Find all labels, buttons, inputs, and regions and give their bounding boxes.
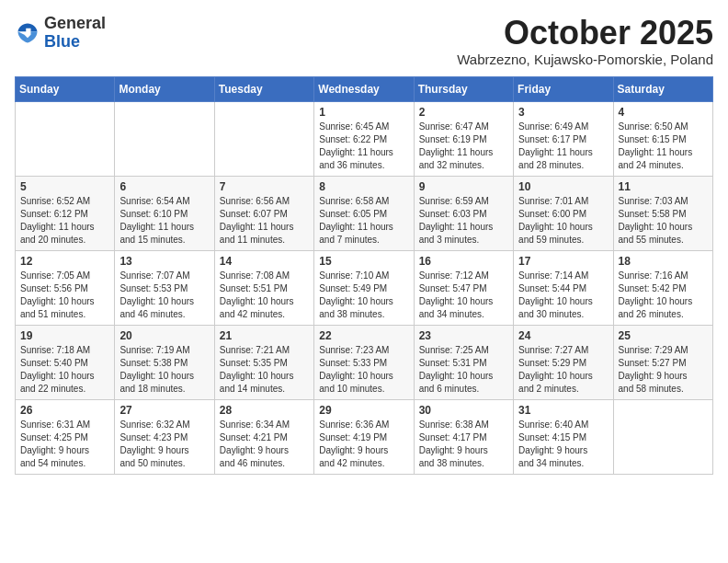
calendar-week-row: 26Sunrise: 6:31 AM Sunset: 4:25 PM Dayli… <box>16 399 713 474</box>
day-number: 24 <box>518 329 608 342</box>
day-info: Sunrise: 6:34 AM Sunset: 4:21 PM Dayligh… <box>220 419 309 470</box>
day-number: 6 <box>119 180 209 193</box>
day-info: Sunrise: 7:21 AM Sunset: 5:35 PM Dayligh… <box>220 344 309 396</box>
day-info: Sunrise: 7:01 AM Sunset: 6:00 PM Dayligh… <box>518 195 608 247</box>
day-number: 17 <box>518 255 608 268</box>
logo: General Blue <box>15 15 106 52</box>
calendar-cell: 27Sunrise: 6:32 AM Sunset: 4:23 PM Dayli… <box>115 399 214 474</box>
day-info: Sunrise: 7:29 AM Sunset: 5:27 PM Dayligh… <box>619 344 708 396</box>
calendar-cell: 12Sunrise: 7:05 AM Sunset: 5:56 PM Dayli… <box>16 250 115 325</box>
day-number: 18 <box>619 255 708 268</box>
weekday-header: Wednesday <box>314 76 414 101</box>
weekday-header: Saturday <box>613 76 712 101</box>
calendar-cell: 15Sunrise: 7:10 AM Sunset: 5:49 PM Dayli… <box>314 250 414 325</box>
calendar-cell: 1Sunrise: 6:45 AM Sunset: 6:22 PM Daylig… <box>314 101 414 176</box>
day-number: 19 <box>20 329 109 342</box>
calendar-cell: 4Sunrise: 6:50 AM Sunset: 6:15 PM Daylig… <box>613 101 712 176</box>
day-info: Sunrise: 6:50 AM Sunset: 6:15 PM Dayligh… <box>619 121 708 172</box>
day-number: 28 <box>220 404 309 417</box>
calendar-week-row: 12Sunrise: 7:05 AM Sunset: 5:56 PM Dayli… <box>16 250 713 325</box>
calendar-week-row: 19Sunrise: 7:18 AM Sunset: 5:40 PM Dayli… <box>16 325 713 399</box>
calendar-cell: 5Sunrise: 6:52 AM Sunset: 6:12 PM Daylig… <box>16 176 115 250</box>
day-info: Sunrise: 7:07 AM Sunset: 5:53 PM Dayligh… <box>119 270 209 321</box>
day-info: Sunrise: 6:59 AM Sunset: 6:03 PM Dayligh… <box>419 195 508 247</box>
day-info: Sunrise: 6:32 AM Sunset: 4:23 PM Dayligh… <box>119 419 209 470</box>
calendar-cell: 2Sunrise: 6:47 AM Sunset: 6:19 PM Daylig… <box>414 101 513 176</box>
calendar-cell <box>613 399 712 474</box>
calendar-cell: 24Sunrise: 7:27 AM Sunset: 5:29 PM Dayli… <box>514 325 613 399</box>
calendar-cell: 28Sunrise: 6:34 AM Sunset: 4:21 PM Dayli… <box>214 399 313 474</box>
day-number: 21 <box>220 329 309 342</box>
day-number: 3 <box>518 106 608 119</box>
day-number: 29 <box>319 404 408 417</box>
calendar-week-row: 5Sunrise: 6:52 AM Sunset: 6:12 PM Daylig… <box>16 176 713 250</box>
weekday-header-row: SundayMondayTuesdayWednesdayThursdayFrid… <box>16 76 713 101</box>
day-number: 14 <box>220 255 309 268</box>
day-number: 31 <box>518 404 608 417</box>
calendar-subtitle: Wabrzezno, Kujawsko-Pomorskie, Poland <box>457 52 713 67</box>
calendar-cell: 9Sunrise: 6:59 AM Sunset: 6:03 PM Daylig… <box>414 176 513 250</box>
calendar-cell: 26Sunrise: 6:31 AM Sunset: 4:25 PM Dayli… <box>16 399 115 474</box>
day-info: Sunrise: 6:38 AM Sunset: 4:17 PM Dayligh… <box>419 419 508 470</box>
calendar-cell: 31Sunrise: 6:40 AM Sunset: 4:15 PM Dayli… <box>514 399 613 474</box>
day-info: Sunrise: 7:12 AM Sunset: 5:47 PM Dayligh… <box>419 270 508 321</box>
calendar-cell: 21Sunrise: 7:21 AM Sunset: 5:35 PM Dayli… <box>214 325 313 399</box>
weekday-header: Tuesday <box>214 76 313 101</box>
logo-text: General Blue <box>44 15 106 52</box>
calendar-cell: 25Sunrise: 7:29 AM Sunset: 5:27 PM Dayli… <box>613 325 712 399</box>
day-number: 25 <box>619 329 708 342</box>
calendar-cell: 13Sunrise: 7:07 AM Sunset: 5:53 PM Dayli… <box>115 250 214 325</box>
page-header: General Blue October 2025 Wabrzezno, Kuj… <box>15 15 713 67</box>
day-number: 13 <box>119 255 209 268</box>
calendar-cell: 14Sunrise: 7:08 AM Sunset: 5:51 PM Dayli… <box>214 250 313 325</box>
calendar-cell: 11Sunrise: 7:03 AM Sunset: 5:58 PM Dayli… <box>613 176 712 250</box>
calendar-cell: 18Sunrise: 7:16 AM Sunset: 5:42 PM Dayli… <box>613 250 712 325</box>
day-info: Sunrise: 6:36 AM Sunset: 4:19 PM Dayligh… <box>319 419 408 470</box>
day-number: 5 <box>20 180 109 193</box>
calendar-table: SundayMondayTuesdayWednesdayThursdayFrid… <box>15 76 713 475</box>
day-number: 15 <box>319 255 408 268</box>
day-info: Sunrise: 7:14 AM Sunset: 5:44 PM Dayligh… <box>518 270 608 321</box>
day-info: Sunrise: 7:16 AM Sunset: 5:42 PM Dayligh… <box>619 270 708 321</box>
day-number: 26 <box>20 404 109 417</box>
weekday-header: Friday <box>514 76 613 101</box>
day-number: 30 <box>419 404 508 417</box>
day-info: Sunrise: 6:54 AM Sunset: 6:10 PM Dayligh… <box>119 195 209 247</box>
day-number: 20 <box>119 329 209 342</box>
day-info: Sunrise: 6:45 AM Sunset: 6:22 PM Dayligh… <box>319 121 408 172</box>
day-number: 2 <box>419 106 508 119</box>
weekday-header: Monday <box>115 76 214 101</box>
calendar-cell <box>115 101 214 176</box>
calendar-title: October 2025 <box>457 15 713 52</box>
day-number: 4 <box>619 106 708 119</box>
day-number: 12 <box>20 255 109 268</box>
calendar-cell: 29Sunrise: 6:36 AM Sunset: 4:19 PM Dayli… <box>314 399 414 474</box>
day-number: 16 <box>419 255 508 268</box>
day-info: Sunrise: 7:10 AM Sunset: 5:49 PM Dayligh… <box>319 270 408 321</box>
calendar-cell <box>214 101 313 176</box>
day-info: Sunrise: 7:03 AM Sunset: 5:58 PM Dayligh… <box>619 195 708 247</box>
weekday-header: Thursday <box>414 76 513 101</box>
day-info: Sunrise: 6:40 AM Sunset: 4:15 PM Dayligh… <box>518 419 608 470</box>
day-info: Sunrise: 7:08 AM Sunset: 5:51 PM Dayligh… <box>220 270 309 321</box>
calendar-cell: 23Sunrise: 7:25 AM Sunset: 5:31 PM Dayli… <box>414 325 513 399</box>
calendar-cell: 19Sunrise: 7:18 AM Sunset: 5:40 PM Dayli… <box>16 325 115 399</box>
day-number: 27 <box>119 404 209 417</box>
day-number: 10 <box>518 180 608 193</box>
day-info: Sunrise: 6:58 AM Sunset: 6:05 PM Dayligh… <box>319 195 408 247</box>
day-info: Sunrise: 7:05 AM Sunset: 5:56 PM Dayligh… <box>20 270 109 321</box>
day-info: Sunrise: 6:31 AM Sunset: 4:25 PM Dayligh… <box>20 419 109 470</box>
calendar-cell: 3Sunrise: 6:49 AM Sunset: 6:17 PM Daylig… <box>514 101 613 176</box>
logo-icon <box>15 20 40 46</box>
calendar-cell: 10Sunrise: 7:01 AM Sunset: 6:00 PM Dayli… <box>514 176 613 250</box>
day-number: 9 <box>419 180 508 193</box>
calendar-cell: 7Sunrise: 6:56 AM Sunset: 6:07 PM Daylig… <box>214 176 313 250</box>
day-info: Sunrise: 7:25 AM Sunset: 5:31 PM Dayligh… <box>419 344 508 396</box>
day-number: 22 <box>319 329 408 342</box>
day-number: 1 <box>319 106 408 119</box>
day-info: Sunrise: 7:23 AM Sunset: 5:33 PM Dayligh… <box>319 344 408 396</box>
day-number: 23 <box>419 329 508 342</box>
day-number: 11 <box>619 180 708 193</box>
day-number: 7 <box>220 180 309 193</box>
day-info: Sunrise: 6:52 AM Sunset: 6:12 PM Dayligh… <box>20 195 109 247</box>
